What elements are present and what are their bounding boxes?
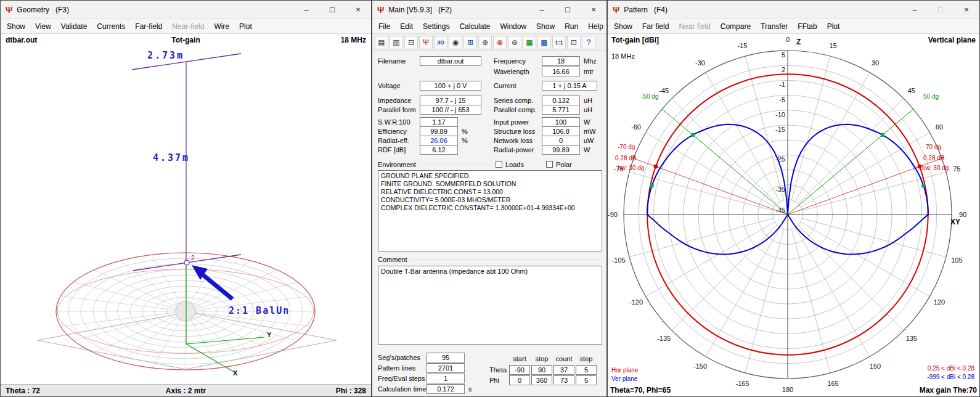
menu-item-run[interactable]: Run xyxy=(560,20,583,33)
menu-item-validate[interactable]: Validate xyxy=(56,20,92,33)
smith-chart-icon[interactable]: ⊗ xyxy=(493,36,507,49)
menu-item-calculate[interactable]: Calculate xyxy=(454,20,495,33)
swr-label: S.W.R.100 xyxy=(378,118,410,126)
frequency-field[interactable]: 18 xyxy=(542,56,580,66)
series-comp-field[interactable]: 0.132 xyxy=(542,96,580,105)
print-icon[interactable]: ⊟ xyxy=(404,36,418,49)
network-loss-field[interactable]: 0 xyxy=(542,136,580,145)
antenna-icon[interactable]: Ψ xyxy=(419,36,433,49)
close-button[interactable]: × xyxy=(581,1,606,18)
polar-checkbox[interactable] xyxy=(546,161,553,168)
filename-field[interactable]: dtbar.out xyxy=(420,56,481,66)
view-geometry-icon[interactable]: ◉ xyxy=(449,36,462,49)
close-button[interactable]: × xyxy=(345,1,371,18)
radiat-power-unit: W xyxy=(584,146,590,153)
save-file-icon[interactable]: ▥ xyxy=(390,36,403,49)
menu-item-currents[interactable]: Currents xyxy=(92,20,130,33)
window-controls: – □ × xyxy=(902,1,979,18)
menu-item-view[interactable]: View xyxy=(30,20,56,33)
menu-item-window[interactable]: Window xyxy=(495,20,531,33)
impedance-field[interactable]: 97.7 - j 15 xyxy=(420,96,481,105)
window-icon[interactable]: ⊡ xyxy=(567,36,581,49)
polar-plot: 0153045607590105120135150165180-15-30-45… xyxy=(608,34,979,396)
loads-checkbox-label: Loads xyxy=(505,161,524,168)
theta-start-field[interactable]: -90 xyxy=(509,365,530,375)
menu-item-show[interactable]: Show xyxy=(609,20,637,33)
pattern-mesh-spoke xyxy=(73,282,186,312)
radiat-power-field[interactable]: 99.89 xyxy=(542,145,580,155)
swr-field[interactable]: 1.17 xyxy=(420,117,458,127)
theta-row-label: Theta xyxy=(489,366,507,374)
help-icon[interactable]: ? xyxy=(582,36,595,49)
red-marker xyxy=(654,165,658,169)
parallel-comp-field[interactable]: 5.771 xyxy=(542,105,580,115)
menu-item-transfer[interactable]: Transfer xyxy=(756,20,793,33)
menu-item-show[interactable]: Show xyxy=(2,20,30,33)
voltage-field[interactable]: 100 + j 0 V xyxy=(420,81,481,91)
maximize-button[interactable]: □ xyxy=(928,1,953,18)
efficiency-field[interactable]: 99.89 xyxy=(420,126,458,136)
menu-item-show[interactable]: Show xyxy=(531,20,560,33)
wavelength-field[interactable]: 16.66 xyxy=(542,67,580,76)
scale-1-1-icon[interactable]: 1:1 xyxy=(552,36,566,49)
menu-item-far-field[interactable]: Far-field xyxy=(130,20,167,33)
settings-icon[interactable]: ⊛ xyxy=(508,36,521,49)
calculate-icon[interactable]: ⊞ xyxy=(463,36,477,49)
beam-level-right: 0.28 dB xyxy=(923,155,944,162)
antenna-app-icon: Ψ xyxy=(613,5,619,15)
calc-time-label: Calculation time xyxy=(378,385,426,393)
menu-item-edit[interactable]: Edit xyxy=(395,20,418,33)
maximize-button[interactable]: □ xyxy=(555,1,581,18)
minimize-button[interactable]: – xyxy=(529,1,555,18)
geometry-canvas[interactable]: 2.73m 4.37m 2:1 BalUn 2 X Y xyxy=(1,46,371,384)
comment-textbox[interactable]: Double T-Bar antenna (impedance abt 100 … xyxy=(378,266,602,345)
input-power-field[interactable]: 100 xyxy=(542,117,580,127)
menu-item-fftab[interactable]: FFtab xyxy=(793,20,822,33)
polar-grid-spoke xyxy=(791,229,830,373)
menu-item-wire[interactable]: Wire xyxy=(209,20,234,33)
minimize-button[interactable]: – xyxy=(293,1,319,18)
angle-tick-label: -165 xyxy=(735,380,749,387)
menu-item-far-field[interactable]: Far field xyxy=(637,20,674,33)
line-chart-icon[interactable]: ▩ xyxy=(537,36,551,49)
theta-step-field[interactable]: 5 xyxy=(576,365,597,375)
angle-tick-label: -105 xyxy=(612,256,626,264)
phi-start-field[interactable]: 0 xyxy=(509,375,530,385)
beamwidth-right: bw: 30 dg xyxy=(922,165,949,171)
gain-table-icon[interactable]: ▦ xyxy=(523,36,536,49)
3d-view-icon[interactable]: 3D xyxy=(434,36,447,49)
environment-textbox[interactable]: GROUND PLANE SPECIFIED. FINITE GROUND. S… xyxy=(378,170,602,252)
menu-item-file[interactable]: File xyxy=(374,20,395,33)
radiat-eff-unit: % xyxy=(462,137,468,144)
parallel-form-field[interactable]: 100 // - j 653 xyxy=(420,105,481,115)
minimize-button[interactable]: – xyxy=(902,1,928,18)
pattern-plot-area[interactable]: 0153045607590105120135150165180-15-30-45… xyxy=(608,34,979,396)
phi-count-field[interactable]: 73 xyxy=(553,375,574,385)
phi-stop-field[interactable]: 360 xyxy=(531,375,552,385)
pattern-mesh-spoke xyxy=(121,261,186,311)
maximize-button[interactable]: □ xyxy=(319,1,345,18)
open-file-icon[interactable]: ▤ xyxy=(375,36,388,49)
menu-item-settings[interactable]: Settings xyxy=(418,20,454,33)
radiat-power-label: Radiat-power xyxy=(494,146,534,153)
rdf-field[interactable]: 6.12 xyxy=(420,145,458,155)
theta-count-field[interactable]: 37 xyxy=(553,365,574,375)
close-button[interactable]: × xyxy=(953,1,979,18)
menu-item-plot[interactable]: Plot xyxy=(234,20,257,33)
plot-type-label: Tot-gain xyxy=(1,36,371,44)
menu-item-help[interactable]: Help xyxy=(583,20,608,33)
ring-value-label: -10 xyxy=(775,111,785,118)
menu-item-compare[interactable]: Compare xyxy=(716,20,756,33)
beamwidth-left: bw: 30 dg xyxy=(618,165,644,171)
current-field[interactable]: 1 + j 0.15 A xyxy=(542,81,597,91)
phi-step-field[interactable]: 5 xyxy=(576,375,597,385)
theta-stop-field[interactable]: 90 xyxy=(531,365,552,375)
frequency-label: 18 MHz xyxy=(611,52,635,60)
main-menubar: FileEditSettingsCalculateWindowShowRunHe… xyxy=(372,19,606,34)
structure-loss-field[interactable]: 106.8 xyxy=(542,126,580,136)
far-field-icon[interactable]: ⊕ xyxy=(478,36,492,49)
radiat-eff-field[interactable]: 26.06 xyxy=(420,136,458,145)
polar-grid-spoke xyxy=(795,227,870,356)
loads-checkbox[interactable] xyxy=(496,161,502,168)
menu-item-plot[interactable]: Plot xyxy=(822,20,845,33)
